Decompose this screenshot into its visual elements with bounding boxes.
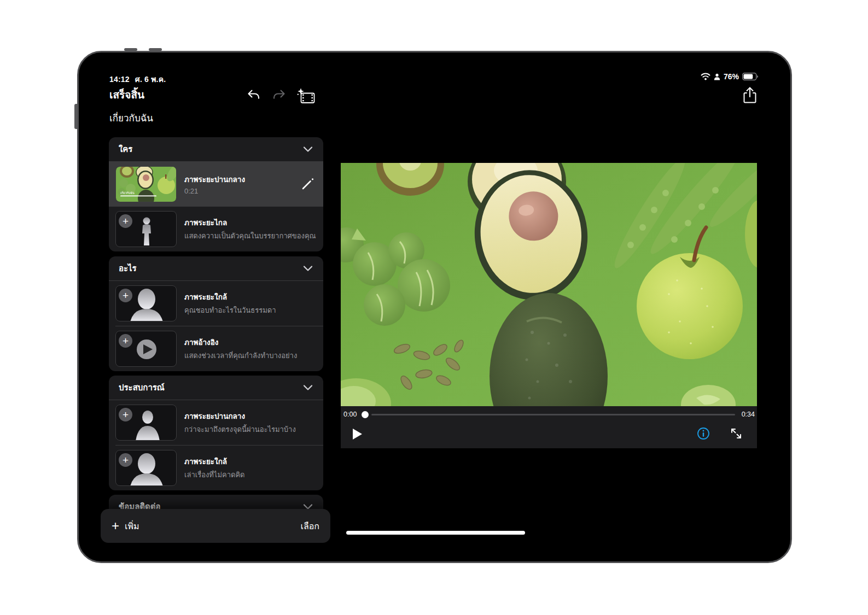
clip-subtitle: แสดงความเป็นตัวคุณในบรรยากาศของคุณ	[184, 230, 317, 242]
undo-icon[interactable]	[246, 88, 261, 103]
section-title: ประสบการณ์	[119, 381, 165, 394]
clip-duration: 0:21	[184, 187, 290, 195]
video-frame-green-vegetables[interactable]	[341, 163, 757, 406]
top-button	[74, 104, 77, 129]
section-title: อะไร	[119, 262, 137, 275]
fullscreen-expand-icon[interactable]	[730, 427, 743, 440]
wifi-icon	[701, 73, 710, 80]
clip-thumbnail-placeholder: +	[115, 405, 177, 441]
list-item-closeup-shot[interactable]: + ภาพระยะใกล้ คุณชอบทำอะไรในวันธรรมดา	[109, 281, 323, 326]
chevron-down-icon[interactable]	[302, 145, 313, 153]
clip-subtitle: เล่าเรื่องที่ไม่คาดคิด	[184, 469, 317, 481]
plus-icon: +	[112, 519, 119, 532]
section-header-experience[interactable]: ประสบการณ์	[109, 376, 323, 400]
add-plus-icon[interactable]: +	[119, 289, 132, 302]
current-time-label: 0:00	[343, 411, 357, 418]
edit-pencil-icon[interactable]	[298, 177, 317, 191]
add-plus-icon[interactable]: +	[119, 408, 132, 421]
personal-hotspot-icon	[714, 73, 720, 80]
scrubber-handle[interactable]	[362, 411, 369, 418]
status-time-date: 14:12ศ. 6 พ.ค.	[109, 73, 171, 85]
battery-percent-label: 76%	[724, 72, 739, 81]
clip-title: ภาพระยะใกล้	[184, 291, 317, 303]
add-plus-icon[interactable]: +	[119, 453, 132, 467]
section-header-who[interactable]: ใคร	[109, 137, 323, 161]
clip-subtitle: แสดงช่วงเวลาที่คุณกำลังทำบางอย่าง	[184, 350, 317, 361]
clip-title: ภาพระยะไกล	[184, 216, 317, 229]
sidebar-bottom-bar: + เพิ่ม เลือก	[101, 509, 330, 543]
add-clip-button[interactable]: + เพิ่ม	[112, 519, 139, 533]
ipad-device-frame: 14:12ศ. 6 พ.ค. 76% เสร็จสิ้น	[77, 51, 792, 563]
play-button[interactable]	[352, 428, 363, 439]
clip-thumbnail-video: เกี่ยวกับฉัน	[115, 166, 177, 202]
section-card-who: ใคร เกี่ยวกับฉัน	[109, 137, 323, 251]
add-plus-icon[interactable]: +	[119, 334, 132, 348]
clip-thumbnail-placeholder: +	[115, 211, 177, 247]
clip-subtitle: คุณชอบทำอะไรในวันธรรมดา	[184, 304, 317, 316]
share-icon[interactable]	[742, 86, 758, 104]
section-header-what[interactable]: อะไร	[109, 256, 323, 280]
list-item-medium-shot-filled[interactable]: เกี่ยวกับฉัน ภาพระยะปานกลาง 0:21	[109, 162, 323, 207]
chevron-down-icon[interactable]	[302, 265, 313, 272]
clip-thumbnail-placeholder: +	[115, 285, 177, 321]
clip-title: ภาพระยะใกล้	[184, 455, 317, 467]
section-card-experience: ประสบการณ์ + ภาพระยะปานกลาง กว่าจะมาถึงต…	[109, 376, 323, 490]
list-item-reference-broll[interactable]: + ภาพอ้างอิง แสดงช่วงเวลาที่คุณกำลังทำบา…	[109, 326, 323, 371]
player-controls: 0:00 0:34	[341, 406, 757, 448]
volume-button-1	[124, 48, 137, 51]
clip-subtitle: กว่าจะมาถึงตรงจุดนี้ผ่านอะไรมาบ้าง	[184, 424, 317, 435]
clock-time: 14:12	[109, 75, 130, 84]
info-icon[interactable]	[697, 427, 710, 440]
home-indicator[interactable]	[346, 531, 525, 535]
status-indicators: 76%	[701, 72, 759, 81]
edit-toolbar	[246, 87, 315, 104]
status-date: ศ. 6 พ.ค.	[135, 75, 166, 84]
storyboard-magic-icon[interactable]	[296, 87, 315, 104]
section-card-what: อะไร + ภาพระยะใกล้ คุณชอบทำอะไรในวันธรรม…	[109, 256, 323, 371]
list-item-wide-shot[interactable]: + ภาพระยะไกล แสดงความเป็นตัวคุณในบรรยากา…	[109, 207, 323, 251]
clip-thumbnail-placeholder: +	[115, 450, 177, 486]
progress-track[interactable]	[371, 414, 735, 415]
done-button[interactable]: เสร็จสิ้น	[109, 86, 144, 103]
list-item-medium-shot[interactable]: + ภาพระยะปานกลาง กว่าจะมาถึงตรงจุดนี้ผ่า…	[109, 400, 323, 445]
volume-button-2	[149, 48, 162, 51]
clip-title: ภาพอ้างอิง	[184, 336, 317, 348]
thumbnail-title-overlay: เกี่ยวกับฉัน	[120, 191, 135, 195]
video-player[interactable]: 0:00 0:34	[341, 163, 757, 448]
section-title: ใคร	[119, 143, 132, 156]
redo-icon[interactable]	[271, 88, 287, 103]
list-item-closeup-shot-2[interactable]: + ภาพระยะใกล้ เล่าเรื่องที่ไม่คาดคิด	[109, 446, 323, 490]
clip-thumbnail-play: +	[115, 331, 177, 367]
total-time-label: 0:34	[742, 411, 755, 418]
chevron-down-icon[interactable]	[302, 384, 313, 391]
battery-icon	[742, 73, 759, 80]
project-title: เกี่ยวกับฉัน	[109, 110, 153, 125]
clip-title: ภาพระยะปานกลาง	[184, 173, 290, 185]
add-label: เพิ่ม	[125, 519, 139, 533]
select-button[interactable]: เลือก	[300, 519, 319, 533]
add-plus-icon[interactable]: +	[119, 214, 132, 228]
clip-title: ภาพระยะปานกลาง	[184, 410, 317, 422]
